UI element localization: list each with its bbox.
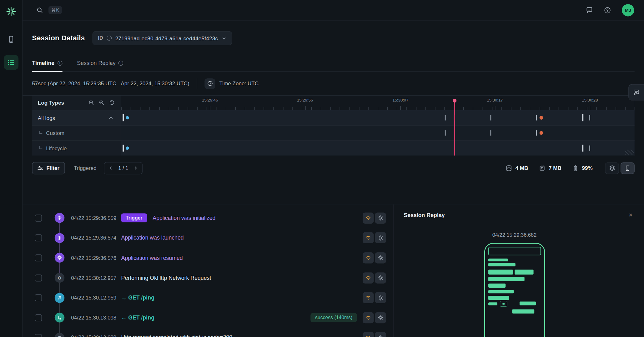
metric-memory: 7 MB (539, 165, 561, 171)
log-row[interactable]: 04/22 15:30:13.098← GET /pingsuccess (14… (23, 308, 393, 328)
minor-tick (463, 107, 464, 110)
log-row-checkbox[interactable] (35, 314, 42, 321)
log-type-all-logs[interactable]: All logs (32, 110, 121, 125)
sidebar (0, 0, 23, 337)
settings-button[interactable] (375, 272, 386, 283)
replay-skeleton-block (500, 301, 507, 306)
replay-screen[interactable] (488, 247, 541, 337)
trigger-badge: Trigger (121, 214, 147, 223)
next-page-button[interactable] (131, 163, 141, 173)
timeline-track[interactable]: 15:29:4615:29:5615:30:0715:30:1715:30:28 (121, 96, 635, 156)
log-message: Performing OkHttp Network Request (121, 275, 211, 281)
replay-timestamp: 04/22 15:29:36.682 (492, 232, 537, 238)
memory-icon (539, 165, 546, 171)
signal-button[interactable] (363, 312, 374, 323)
track-row-lifecycle[interactable] (121, 140, 635, 156)
minor-tick (568, 107, 568, 110)
log-row[interactable]: 04/22 15:30:12.959→ GET /ping (23, 288, 393, 308)
feedback-icon[interactable] (586, 6, 593, 14)
minor-tick (521, 107, 521, 110)
signal-button[interactable] (363, 212, 374, 223)
minor-tick (226, 107, 226, 110)
resize-handle[interactable] (625, 150, 634, 155)
log-row-checkbox[interactable] (35, 274, 42, 281)
page-header: Session Details ID i 271991ad-ec80-4d79-… (23, 21, 644, 45)
settings-button[interactable] (375, 232, 386, 243)
log-row-checkbox[interactable] (35, 294, 42, 301)
reset-zoom-icon[interactable] (109, 100, 115, 106)
logs-view-button[interactable] (605, 162, 619, 174)
dot-orange-marker (539, 131, 543, 135)
info-icon: i (107, 36, 112, 41)
network-request-icon (55, 293, 65, 303)
minor-tick (368, 107, 369, 110)
playhead[interactable] (454, 100, 455, 156)
tab-session-replay[interactable]: Session Replay i (77, 60, 123, 72)
log-row-actions (363, 332, 386, 337)
replay-view-button[interactable] (621, 162, 635, 174)
settings-button[interactable] (375, 212, 386, 223)
minor-tick (188, 107, 188, 110)
session-id-selector[interactable]: ID i 271991ad-ec80-4d79-a61a-ced44e5f423… (92, 31, 232, 45)
settings-button[interactable] (375, 332, 386, 337)
event-tick-mark (445, 130, 445, 136)
prev-page-button[interactable] (106, 163, 116, 173)
log-row-checkbox[interactable] (35, 255, 42, 261)
playhead-dot[interactable] (453, 99, 457, 103)
log-timestamp: 04/22 15:30:13.098 (71, 315, 121, 321)
settings-button[interactable] (375, 292, 386, 303)
log-row-actions (363, 272, 386, 283)
signal-button[interactable] (363, 272, 374, 283)
dot-blue-marker (126, 146, 129, 150)
search-shortcut[interactable]: ⌘K (48, 6, 62, 14)
log-row-checkbox[interactable] (35, 334, 42, 337)
skeleton-dot (502, 303, 505, 305)
tab-replay-label: Session Replay (77, 60, 115, 66)
sidebar-item-sessions[interactable] (4, 55, 18, 70)
timeline-axis: 15:29:4615:29:5615:30:0715:30:1715:30:28 (121, 96, 635, 110)
log-row[interactable]: T04/22 15:30:13.099Http request complete… (23, 328, 393, 337)
signal-button[interactable] (363, 292, 374, 303)
zoom-out-icon[interactable] (98, 100, 105, 106)
filter-button[interactable]: Filter (32, 162, 65, 174)
log-row-checkbox[interactable] (35, 215, 42, 221)
app-logo-icon[interactable] (5, 6, 17, 17)
log-row[interactable]: 04/22 15:29:36.576Application was resume… (23, 248, 393, 268)
log-row[interactable]: 04/22 15:29:36.559TriggerApplication was… (23, 208, 393, 228)
zoom-in-icon[interactable] (88, 100, 94, 106)
feedback-flyout-button[interactable] (628, 84, 644, 101)
metric-network-data: 4 MB (506, 165, 528, 171)
help-icon[interactable] (604, 6, 611, 14)
log-message: → GET /ping (121, 295, 154, 301)
minor-tick (131, 107, 131, 110)
replay-skeleton-block (488, 247, 541, 255)
log-type-custom[interactable]: Custom (32, 125, 121, 141)
track-row-all-logs[interactable] (121, 110, 635, 125)
signal-button[interactable] (363, 232, 374, 243)
log-row[interactable]: O04/22 15:30:12.957Performing OkHttp Net… (23, 268, 393, 288)
search-icon[interactable] (36, 7, 43, 13)
user-avatar[interactable]: MJ (622, 4, 634, 16)
signal-button[interactable] (363, 332, 374, 337)
log-timestamp: 04/22 15:29:36.574 (71, 235, 121, 241)
close-icon[interactable]: × (629, 212, 632, 218)
log-type-lifecycle[interactable]: Lifecycle (32, 140, 121, 156)
minor-tick (245, 107, 245, 110)
minor-tick (321, 107, 321, 110)
replay-skeleton-block (514, 270, 533, 275)
log-row[interactable]: 04/22 15:29:36.574Application was launch… (23, 228, 393, 248)
log-row-actions (363, 292, 386, 303)
sidebar-item-devices[interactable] (4, 32, 18, 47)
page-title: Session Details (32, 34, 85, 42)
log-row-checkbox[interactable] (35, 235, 42, 241)
settings-button[interactable] (375, 312, 386, 323)
signal-button[interactable] (363, 252, 374, 263)
replay-skeleton-block (488, 277, 524, 281)
pagination: 1 / 1 (104, 162, 143, 174)
log-type-label: All logs (38, 115, 55, 121)
tab-timeline[interactable]: Timeline i (32, 60, 62, 72)
settings-button[interactable] (375, 252, 386, 263)
track-row-custom[interactable] (121, 125, 635, 141)
topbar: ⌘K MJ (23, 0, 644, 21)
minor-tick (264, 107, 264, 110)
